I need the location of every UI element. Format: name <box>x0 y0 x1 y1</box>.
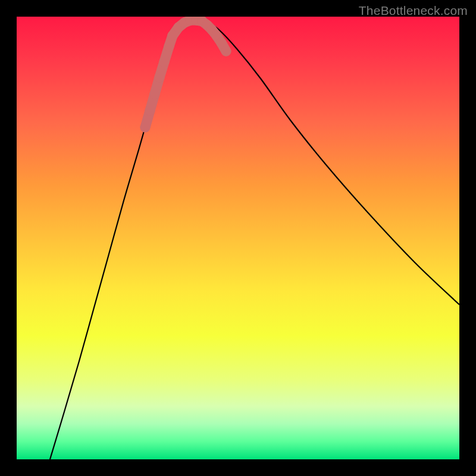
curve-svg <box>17 17 459 459</box>
highlight-right-dot <box>221 46 231 57</box>
plot-area <box>17 17 459 459</box>
bottleneck-curve <box>50 20 459 459</box>
watermark-text: TheBottleneck.com <box>359 4 468 18</box>
highlight-group <box>140 17 231 133</box>
chart-frame: TheBottleneck.com <box>0 0 476 476</box>
